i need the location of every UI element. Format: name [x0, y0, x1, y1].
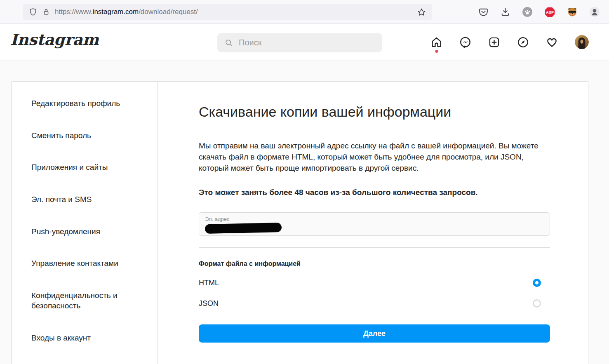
sidebar-item-account-logins[interactable]: Входы в аккаунт [12, 322, 157, 354]
format-option-html[interactable]: HTML [199, 272, 550, 293]
adblock-icon[interactable]: ABP [544, 7, 555, 18]
url-domain: instagram.com [93, 8, 139, 16]
address-bar[interactable]: https://www.instagram.com/download/reque… [23, 4, 432, 20]
browser-toolbar: https://www.instagram.com/download/reque… [0, 0, 609, 24]
activity-heart-icon[interactable] [546, 36, 558, 48]
sidebar-item-manage-contacts[interactable]: Управление контактами [12, 247, 157, 279]
url-text: https://www.instagram.com/download/reque… [55, 8, 198, 16]
email-field-label: Эл. адрес [205, 216, 544, 222]
settings-sidebar: Редактировать профиль Сменить пароль При… [12, 82, 158, 364]
explore-icon[interactable] [517, 36, 529, 48]
main-content: Скачивание копии вашей информации Мы отп… [158, 82, 588, 364]
paw-extension-icon[interactable] [522, 7, 533, 17]
svg-text:ABP: ABP [546, 10, 554, 14]
sidebar-item-edit-profile[interactable]: Редактировать профиль [12, 87, 157, 120]
settings-container: Редактировать профиль Сменить пароль При… [11, 81, 588, 364]
pocket-icon[interactable] [478, 7, 489, 17]
lock-icon[interactable] [42, 8, 50, 16]
section-divider [199, 247, 550, 248]
next-button[interactable]: Далее [199, 324, 550, 343]
search-icon [224, 38, 233, 47]
bear-extension-icon[interactable] [567, 7, 578, 17]
sidebar-item-push-notifications[interactable]: Push-уведомления [12, 216, 157, 248]
header-nav [430, 35, 589, 49]
messenger-icon[interactable] [459, 36, 471, 48]
search-input[interactable] [239, 38, 375, 47]
search-box[interactable] [217, 33, 382, 52]
profile-avatar[interactable] [575, 35, 589, 49]
format-option-json[interactable]: JSON [199, 293, 550, 314]
home-icon[interactable] [430, 36, 442, 48]
format-option-html-label: HTML [199, 279, 219, 287]
shield-icon[interactable] [28, 7, 38, 16]
bookmark-star-icon[interactable] [417, 7, 426, 17]
instagram-logo[interactable]: Instagram [10, 31, 99, 49]
sidebar-item-email-sms[interactable]: Эл. почта и SMS [12, 183, 157, 216]
sidebar-item-change-password[interactable]: Сменить пароль [12, 120, 157, 152]
warning-text: Это может занять более 48 часов из-за бо… [199, 188, 550, 197]
account-icon[interactable] [589, 7, 600, 17]
radio-json-unselected[interactable] [533, 299, 541, 308]
page-title: Скачивание копии вашей информации [199, 103, 550, 120]
home-notification-dot [435, 50, 438, 53]
browser-extension-icons: ABP [478, 4, 600, 20]
format-option-json-label: JSON [199, 299, 219, 308]
new-post-icon[interactable] [488, 36, 500, 48]
sidebar-item-apps-websites[interactable]: Приложения и сайты [12, 151, 157, 183]
email-field[interactable]: Эл. адрес [199, 212, 550, 236]
sidebar-item-privacy-security[interactable]: Конфиденциальность и безопасность [12, 279, 157, 322]
radio-html-selected[interactable] [533, 279, 541, 287]
download-icon[interactable] [500, 7, 510, 17]
description-text: Мы отправим на ваш электронный адрес ссы… [199, 140, 541, 174]
redacted-email-value [205, 223, 282, 234]
instagram-header: Instagram [0, 24, 609, 61]
format-section-label: Формат файла с информацией [199, 260, 550, 268]
